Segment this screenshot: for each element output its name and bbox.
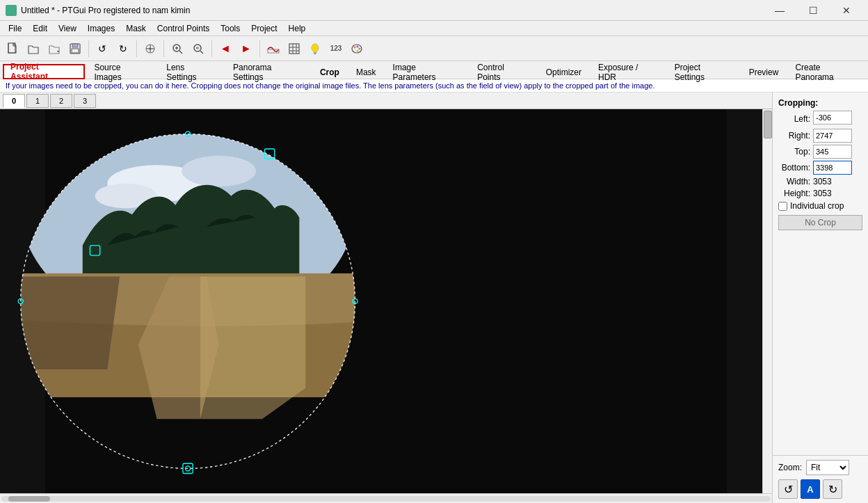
toolbar-zoom-out[interactable] — [188, 39, 208, 58]
menubar: File Edit View Images Mask Control Point… — [0, 21, 868, 36]
zoom-label: Zoom: — [778, 463, 802, 472]
rotate-cw-button[interactable]: ↻ — [823, 479, 842, 499]
no-crop-button[interactable]: No Crop — [778, 215, 862, 230]
toolbar-align[interactable] — [140, 39, 160, 58]
menu-images[interactable]: Images — [82, 21, 120, 36]
menu-mask[interactable]: Mask — [120, 21, 152, 36]
svg-point-28 — [357, 45, 359, 47]
vertical-scrollbar[interactable] — [762, 109, 772, 493]
horizontal-scrollbar[interactable] — [0, 493, 772, 503]
menu-tools[interactable]: Tools — [215, 21, 246, 36]
tab-project-settings[interactable]: Project Settings — [667, 64, 740, 79]
svg-rect-5 — [72, 44, 78, 47]
infobar-text: If your images need to be cropped, you c… — [6, 81, 655, 90]
tab-lens-settings[interactable]: Lens Settings — [159, 64, 224, 79]
toolbar-save[interactable] — [65, 39, 85, 58]
individual-crop-checkbox[interactable] — [778, 202, 787, 211]
tab-project-assistant[interactable]: Project Assistant — [3, 64, 85, 79]
cropping-title: Cropping: — [778, 98, 862, 108]
svg-point-35 — [182, 156, 256, 187]
toolbar-open[interactable] — [24, 39, 43, 58]
tab-crop[interactable]: Crop — [312, 64, 347, 79]
menu-control-points[interactable]: Control Points — [152, 21, 215, 36]
window-title: Untitled * - PTGui Pro registered to nam… — [21, 6, 190, 15]
toolbar-back[interactable]: ◄ — [216, 39, 235, 58]
crop-width-label: Width: — [778, 177, 810, 186]
individual-crop-row: Individual crop — [778, 201, 862, 211]
menu-file[interactable]: File — [3, 21, 27, 36]
toolbar-sep-5 — [259, 40, 260, 57]
svg-line-12 — [179, 51, 182, 54]
app-icon — [6, 5, 17, 16]
image-tab-2[interactable]: 2 — [50, 94, 72, 108]
image-tab-3[interactable]: 3 — [74, 94, 96, 108]
tab-create-panorama[interactable]: Create Panorama — [787, 64, 868, 79]
toolbar-sep-2 — [136, 40, 137, 57]
individual-crop-label: Individual crop — [790, 201, 844, 211]
crop-height-row: Height: 3053 — [778, 189, 862, 198]
vscroll-thumb[interactable] — [764, 111, 772, 138]
menu-edit[interactable]: Edit — [27, 21, 53, 36]
toolbar-bulb[interactable] — [305, 39, 325, 58]
crop-top-label: Top: — [778, 147, 810, 157]
crop-right-input[interactable] — [813, 129, 852, 143]
toolbar-redo[interactable]: ↻ — [113, 39, 133, 58]
image-tab-0[interactable]: 0 — [3, 94, 25, 108]
tab-source-images[interactable]: Source Images — [86, 64, 157, 79]
close-button[interactable]: ✕ — [830, 0, 862, 21]
image-tab-1[interactable]: 1 — [26, 94, 49, 108]
svg-line-16 — [200, 51, 203, 54]
tab-mask[interactable]: Mask — [348, 64, 384, 79]
canvas-container[interactable] — [0, 109, 772, 493]
tab-control-points[interactable]: Control Points — [469, 64, 536, 79]
svg-point-30 — [357, 49, 359, 51]
zoom-select[interactable]: Fit 25% 50% 100% 200% — [806, 460, 849, 475]
toolbar-new[interactable] — [3, 39, 22, 58]
svg-point-10 — [150, 47, 152, 49]
fisheye-image — [0, 109, 772, 493]
cropping-panel: Cropping: Left: Right: Top: Bottom: — [773, 93, 868, 455]
hscroll-track — [1, 496, 771, 502]
auto-button[interactable]: A — [801, 479, 820, 499]
crop-top-input[interactable] — [813, 145, 852, 159]
tab-exposure-hdr[interactable]: Exposure / HDR — [590, 64, 666, 79]
content-area: 0 1 2 3 — [0, 93, 868, 503]
tab-panorama-settings[interactable]: Panorama Settings — [225, 64, 311, 79]
toolbar-zoom-in[interactable] — [168, 39, 187, 58]
toolbar-undo[interactable]: ↺ — [93, 39, 112, 58]
svg-rect-19 — [289, 44, 299, 54]
toolbar-forward[interactable]: ► — [236, 39, 256, 58]
crop-left-row: Left: — [778, 111, 862, 127]
titlebar-left: Untitled * - PTGui Pro registered to nam… — [6, 5, 190, 16]
toolbar-sep-1 — [88, 40, 89, 57]
crop-right-label: Right: — [778, 131, 810, 141]
crop-right-row: Right: — [778, 129, 862, 143]
toolbar-table[interactable] — [284, 39, 304, 58]
tab-preview[interactable]: Preview — [741, 64, 787, 79]
menu-project[interactable]: Project — [246, 21, 282, 36]
left-pane: 0 1 2 3 — [0, 93, 772, 503]
crop-bottom-row: Bottom: — [778, 161, 862, 175]
toolbar-open-recent[interactable] — [45, 39, 64, 58]
crop-width-row: Width: 3053 — [778, 177, 862, 186]
tab-image-parameters[interactable]: Image Parameters — [385, 64, 469, 79]
menu-help[interactable]: Help — [283, 21, 312, 36]
toolbar-palette[interactable] — [347, 39, 367, 58]
menu-view[interactable]: View — [53, 21, 82, 36]
svg-point-29 — [359, 47, 361, 49]
crop-bottom-label: Bottom: — [778, 163, 810, 173]
hscroll-thumb[interactable] — [8, 496, 50, 502]
crop-left-input[interactable] — [813, 111, 852, 125]
toolbar-123[interactable]: 123 — [326, 39, 346, 58]
toolbar-panorama[interactable] — [264, 39, 283, 58]
rotate-ccw-button[interactable]: ↺ — [778, 479, 798, 499]
crop-top-row: Top: — [778, 145, 862, 159]
crop-height-value: 3053 — [813, 189, 832, 198]
toolbar-sep-4 — [211, 40, 212, 57]
tab-optimizer[interactable]: Optimizer — [538, 64, 589, 79]
zoom-controls: Zoom: Fit 25% 50% 100% 200% ↺ A ↻ — [773, 455, 868, 503]
maximize-button[interactable]: ☐ — [797, 0, 829, 21]
crop-left-label: Left: — [778, 114, 810, 124]
crop-bottom-input[interactable] — [813, 161, 852, 175]
minimize-button[interactable]: — — [764, 0, 796, 21]
